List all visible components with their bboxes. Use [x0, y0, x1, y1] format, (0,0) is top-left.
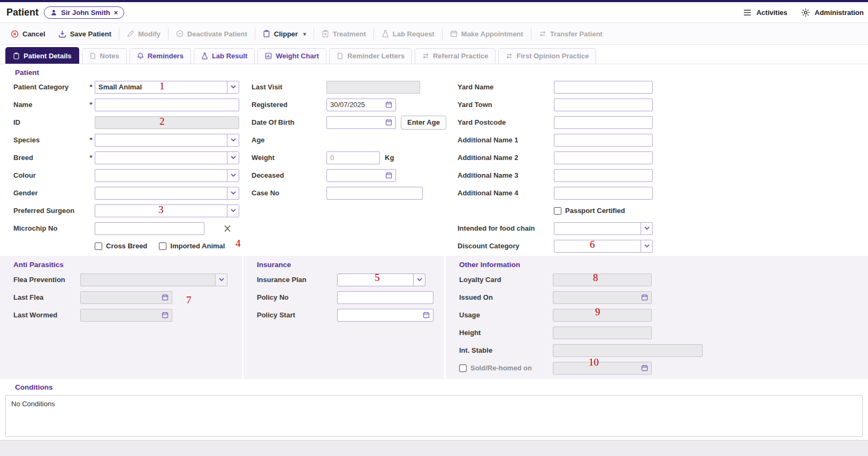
lab-request-button[interactable]: Lab Request: [375, 30, 441, 38]
form-row: Preferred Surgeon: [13, 202, 241, 219]
deceased-input[interactable]: [327, 171, 382, 179]
case-no-input[interactable]: [326, 187, 423, 200]
clear-microchip-icon[interactable]: [224, 225, 231, 232]
tab-first-opinion-practice-label: First Opinion Practice: [516, 52, 589, 60]
deactivate-patient-button[interactable]: Deactivate Patient: [170, 30, 254, 38]
tab-weight-chart[interactable]: Weight Chart: [257, 48, 326, 64]
weight-input[interactable]: [326, 151, 380, 164]
cross-breed-checkbox[interactable]: [95, 242, 102, 250]
policy-no-input[interactable]: [337, 291, 433, 304]
cancel-button[interactable]: Cancel: [4, 30, 52, 38]
last-wormed-label: Last Wormed: [13, 311, 80, 319]
policy-start-datefield[interactable]: [337, 309, 433, 322]
enter-age-button[interactable]: Enter Age: [401, 116, 446, 130]
clipper-button[interactable]: Clipper ▾: [256, 30, 313, 38]
patient-category-value: Small Animal: [95, 81, 227, 93]
additional-name-2-label: Additional Name 2: [458, 154, 554, 162]
administration-button[interactable]: Administration: [801, 8, 864, 17]
passport-certified-checkbox[interactable]: [554, 207, 561, 215]
last-visit-input: [326, 81, 420, 94]
save-patient-button[interactable]: Save Patient: [52, 30, 118, 38]
microchip-no-input[interactable]: [95, 222, 204, 235]
insurance-plan-select[interactable]: [337, 273, 425, 286]
registered-datefield[interactable]: [326, 98, 396, 111]
additional-name-4-input[interactable]: [554, 187, 653, 200]
additional-name-2-input[interactable]: [554, 151, 653, 164]
breed-select[interactable]: [95, 151, 239, 164]
calendar-icon[interactable]: [382, 119, 395, 126]
chip-close-icon[interactable]: ×: [114, 9, 118, 17]
age-label: Age: [252, 136, 326, 144]
toolbar: Cancel Save Patient Modify Deactivate Pa…: [0, 22, 868, 45]
status-bar: [0, 440, 868, 456]
pencil-icon: [127, 30, 134, 37]
last-flea-input: [81, 293, 158, 301]
form-row: Intended for food chain: [458, 219, 868, 237]
make-appointment-button[interactable]: Make Appointment: [444, 30, 530, 38]
form-row: Sold/Re-homed on: [459, 359, 868, 377]
patient-chip-name: Sir John Smith: [61, 9, 110, 17]
species-select[interactable]: [95, 134, 239, 147]
int-stable-label: Int. Stable: [459, 346, 553, 354]
name-input[interactable]: [95, 98, 239, 111]
chart-icon: [265, 52, 272, 59]
transfer-patient-button[interactable]: Transfer Patient: [532, 30, 609, 38]
imported-animal-checkbox[interactable]: [159, 242, 166, 250]
microchip-no-label: Microchip No: [13, 224, 87, 232]
gender-select[interactable]: [95, 187, 239, 200]
issued-on-datefield: [553, 291, 652, 304]
tab-first-opinion-practice[interactable]: First Opinion Practice: [498, 48, 596, 64]
insurance-title: Insurance: [257, 261, 291, 269]
id-label: ID: [13, 118, 87, 126]
activities-button[interactable]: Activities: [743, 9, 787, 17]
colour-select[interactable]: [95, 169, 239, 182]
patient-category-label: Patient Category: [13, 83, 87, 91]
cross-breed-label: Cross Breed: [106, 242, 147, 250]
calendar-icon[interactable]: [382, 172, 395, 179]
case-no-label: Case No: [252, 189, 326, 197]
clipper-label: Clipper: [274, 30, 298, 38]
tab-referral-practice-label: Referral Practice: [433, 52, 488, 60]
tab-notes[interactable]: Notes: [82, 48, 127, 64]
tab-lab-result[interactable]: Lab Result: [194, 48, 255, 64]
last-visit-label: Last Visit: [252, 83, 326, 91]
discount-category-select[interactable]: [554, 240, 653, 253]
yard-postcode-input[interactable]: [554, 116, 653, 129]
int-stable-input: [553, 344, 703, 357]
tab-referral-practice[interactable]: Referral Practice: [415, 48, 496, 64]
additional-name-1-input[interactable]: [554, 134, 653, 147]
flea-prevention-select: [80, 273, 227, 286]
id-input: [95, 116, 239, 129]
deceased-datefield[interactable]: [326, 169, 396, 182]
patient-chip[interactable]: Sir John Smith ×: [44, 6, 124, 19]
tab-reminders[interactable]: Reminders: [130, 48, 191, 64]
preferred-surgeon-select[interactable]: [95, 204, 239, 217]
other-information-title: Other Information: [459, 261, 520, 269]
modify-label: Modify: [138, 30, 161, 38]
calendar-icon[interactable]: [382, 101, 395, 108]
date-of-birth-datefield[interactable]: [326, 116, 396, 129]
form-row: Insurance Plan: [257, 271, 444, 288]
intended-for-food-chain-select[interactable]: [554, 222, 653, 235]
chevron-down-icon: [413, 274, 425, 286]
header: Patient Sir John Smith × Activities Admi…: [0, 2, 868, 22]
additional-name-3-input[interactable]: [554, 169, 653, 182]
tab-reminder-letters[interactable]: Reminder Letters: [329, 48, 412, 64]
calendar-icon[interactable]: [419, 311, 433, 318]
species-label: Species: [13, 136, 87, 144]
date-of-birth-input[interactable]: [327, 118, 382, 126]
tab-patient-details[interactable]: Patient Details: [5, 47, 79, 64]
flea-prevention-label: Flea Prevention: [13, 276, 80, 284]
patient-category-select[interactable]: Small Animal: [95, 81, 239, 94]
treatment-button[interactable]: Treatment: [315, 30, 372, 38]
patient-column-2: Last Visit Registered Date Of Birth: [241, 78, 447, 255]
yard-name-input[interactable]: [554, 81, 653, 94]
form-row: Date Of Birth Enter Age: [252, 113, 447, 131]
registered-input[interactable]: [327, 101, 382, 109]
sold-rehomed-checkbox[interactable]: [459, 364, 467, 372]
yard-town-input[interactable]: [554, 98, 653, 111]
toolbar-separator: [119, 28, 119, 40]
modify-button[interactable]: Modify: [120, 30, 167, 38]
usage-input: [553, 309, 652, 322]
policy-start-input[interactable]: [338, 311, 419, 319]
